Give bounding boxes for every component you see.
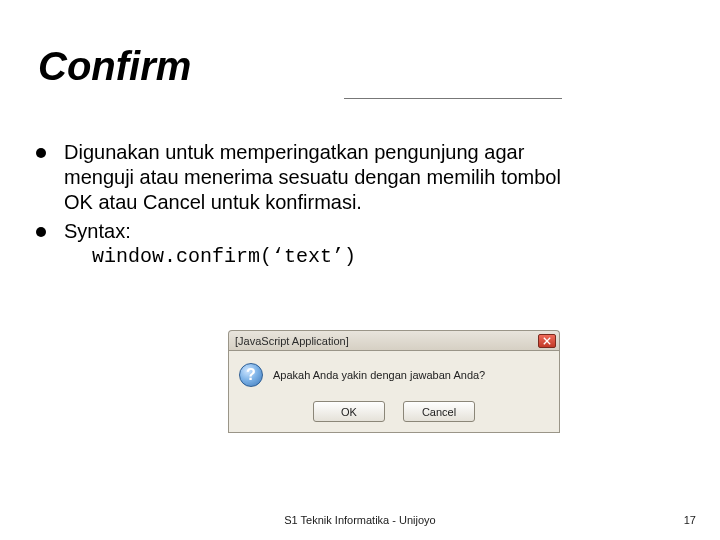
title-rule <box>344 98 562 99</box>
question-icon: ? <box>239 363 263 387</box>
list-item: Syntax: window.confirm(‘text’) <box>36 219 576 269</box>
dialog-message: Apakah Anda yakin dengan jawaban Anda? <box>273 369 485 381</box>
bullet-icon <box>36 148 46 158</box>
list-item: Digunakan untuk memperingatkan pengunjun… <box>36 140 576 215</box>
bullet-text: Digunakan untuk memperingatkan pengunjun… <box>64 140 576 215</box>
close-icon <box>543 337 551 345</box>
slide-footer: S1 Teknik Informatika - Unijoyo <box>0 514 720 526</box>
bullet-icon <box>36 227 46 237</box>
dialog-body: ? Apakah Anda yakin dengan jawaban Anda?… <box>228 350 560 433</box>
dialog-message-row: ? Apakah Anda yakin dengan jawaban Anda? <box>239 363 549 387</box>
ok-button[interactable]: OK <box>313 401 385 422</box>
close-button[interactable] <box>538 334 556 348</box>
content-area: Digunakan untuk memperingatkan pengunjun… <box>36 140 576 273</box>
dialog-titlebar: [JavaScript Application] <box>228 330 560 350</box>
confirm-dialog: [JavaScript Application] ? Apakah Anda y… <box>228 330 560 433</box>
slide-title: Confirm <box>38 44 191 89</box>
dialog-button-row: OK Cancel <box>239 401 549 422</box>
code-sample: window.confirm(‘text’) <box>92 244 356 269</box>
slide: Confirm Digunakan untuk memperingatkan p… <box>0 0 720 540</box>
bullet-text: Syntax: <box>64 219 356 244</box>
dialog-title: [JavaScript Application] <box>229 335 538 347</box>
cancel-button[interactable]: Cancel <box>403 401 475 422</box>
question-mark: ? <box>246 367 256 383</box>
page-number: 17 <box>684 514 696 526</box>
